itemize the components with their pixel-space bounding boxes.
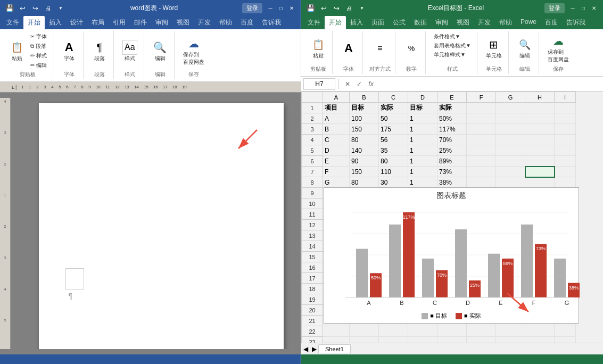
row-header-12[interactable]: 12 bbox=[302, 220, 323, 230]
excel-font-btn[interactable]: A bbox=[339, 40, 358, 57]
cell-F4[interactable] bbox=[467, 135, 496, 145]
row-header-11[interactable]: 11 bbox=[302, 209, 323, 220]
formula-input[interactable] bbox=[378, 78, 601, 90]
cell-E6[interactable]: 89% bbox=[437, 156, 467, 167]
word-copy-btn[interactable]: ⧉ 段落 bbox=[29, 42, 48, 51]
excel-cells-btn[interactable]: ⊞ 单元格 bbox=[484, 36, 504, 61]
row-header-22[interactable]: 22 bbox=[302, 326, 323, 337]
cell-B3[interactable]: 150 bbox=[350, 124, 379, 135]
excel-tab-formula[interactable]: 公式 bbox=[389, 16, 410, 29]
word-tab-home[interactable]: 开始 bbox=[23, 16, 45, 29]
word-cut-btn[interactable]: ✂ 字体 bbox=[29, 32, 48, 41]
excel-editing-btn[interactable]: 🔍 编辑 bbox=[515, 36, 534, 61]
row-header-3[interactable]: 3 bbox=[302, 124, 323, 135]
row-header-6[interactable]: 6 bbox=[302, 156, 323, 167]
cell-A5[interactable]: D bbox=[323, 145, 350, 156]
cell-C7[interactable]: 110 bbox=[379, 167, 408, 177]
excel-redo-btn[interactable]: ↪ bbox=[331, 3, 342, 13]
word-undo-btn[interactable]: ↩ bbox=[17, 3, 28, 13]
word-paste-btn[interactable]: 📋 粘贴 bbox=[7, 39, 27, 63]
cell-I2[interactable] bbox=[555, 113, 576, 124]
cell-B5[interactable]: 140 bbox=[350, 145, 379, 156]
excel-cell-ref[interactable]: H7 bbox=[303, 78, 335, 90]
cell-F23[interactable] bbox=[467, 337, 496, 343]
cell-D8[interactable]: 1 bbox=[408, 177, 437, 188]
word-tab-baidu[interactable]: 百度 bbox=[236, 16, 258, 29]
excel-conditional-format-btn[interactable]: 条件格式▼ bbox=[432, 32, 462, 41]
col-header-h[interactable]: H bbox=[525, 92, 555, 103]
excel-tab-insert[interactable]: 插入 bbox=[346, 16, 367, 29]
cell-D6[interactable]: 1 bbox=[408, 156, 437, 167]
row-header-13[interactable]: 13 bbox=[302, 230, 323, 241]
word-styles-btn[interactable]: Aa 样式 bbox=[120, 39, 139, 63]
cell-F6[interactable] bbox=[467, 156, 496, 167]
cell-G3[interactable] bbox=[496, 124, 525, 135]
cell-F8[interactable] bbox=[467, 177, 496, 188]
excel-undo-btn[interactable]: ↩ bbox=[318, 3, 329, 13]
excel-tab-help[interactable]: 帮助 bbox=[495, 16, 516, 29]
excel-tab-review[interactable]: 审阅 bbox=[431, 16, 452, 29]
cell-E3[interactable]: 117% bbox=[437, 124, 467, 135]
excel-tab-page[interactable]: 页面 bbox=[367, 16, 389, 29]
col-header-f[interactable]: F bbox=[467, 92, 496, 103]
excel-paste-btn[interactable]: 📋 粘贴 bbox=[309, 36, 328, 61]
row-header-8[interactable]: 8 bbox=[302, 177, 323, 188]
cell-I1[interactable] bbox=[555, 103, 576, 113]
cell-H2[interactable] bbox=[525, 113, 555, 124]
cell-H23[interactable] bbox=[525, 337, 555, 343]
col-header-c[interactable]: C bbox=[379, 92, 408, 103]
cell-D5[interactable]: 1 bbox=[408, 145, 437, 156]
cell-B7[interactable]: 150 bbox=[350, 167, 379, 177]
cell-B8[interactable]: 80 bbox=[350, 177, 379, 188]
cell-E2[interactable]: 50% bbox=[437, 113, 467, 124]
col-header-g[interactable]: G bbox=[496, 92, 525, 103]
cell-F5[interactable] bbox=[467, 145, 496, 156]
cell-C5[interactable]: 35 bbox=[379, 145, 408, 156]
col-header-a[interactable]: A bbox=[323, 92, 350, 103]
sheet-tab-1[interactable]: Sheet1 bbox=[318, 344, 351, 353]
word-login-btn[interactable]: 登录 bbox=[242, 3, 262, 13]
col-header-b[interactable]: B bbox=[350, 92, 379, 103]
word-tab-view[interactable]: 视图 bbox=[172, 16, 194, 29]
word-edit-btn[interactable]: ✏ 编辑 bbox=[29, 61, 48, 70]
word-save-baidu-btn[interactable]: ☁ 保存到百度网盘 bbox=[181, 35, 206, 67]
col-header-d[interactable]: D bbox=[408, 92, 437, 103]
cell-G7[interactable] bbox=[496, 167, 525, 177]
cell-G22[interactable] bbox=[496, 326, 525, 337]
row-header-15[interactable]: 15 bbox=[302, 252, 323, 262]
word-minimize-btn[interactable]: ─ bbox=[266, 3, 275, 13]
cell-B6[interactable]: 90 bbox=[350, 156, 379, 167]
cell-C23[interactable] bbox=[379, 337, 408, 343]
cell-G1[interactable] bbox=[496, 103, 525, 113]
excel-number-btn[interactable]: % bbox=[402, 40, 421, 57]
excel-tab-tellme[interactable]: 告诉我 bbox=[562, 16, 590, 29]
row-header-9[interactable]: 9 bbox=[302, 188, 323, 198]
word-tab-design[interactable]: 设计 bbox=[66, 16, 87, 29]
cell-A8[interactable]: G bbox=[323, 177, 350, 188]
row-header-18[interactable]: 18 bbox=[302, 284, 323, 294]
cell-I6[interactable] bbox=[555, 156, 576, 167]
excel-align-btn[interactable]: ≡ bbox=[370, 40, 390, 57]
formula-fx-btn[interactable]: fx bbox=[366, 79, 376, 89]
cell-I5[interactable] bbox=[555, 145, 576, 156]
cell-H3[interactable] bbox=[525, 124, 555, 135]
word-tab-file[interactable]: 文件 bbox=[2, 16, 23, 29]
row-header-7[interactable]: 7 bbox=[302, 167, 323, 177]
row-header-1[interactable]: 1 bbox=[302, 103, 323, 113]
word-tab-mail[interactable]: 邮件 bbox=[130, 16, 151, 29]
row-header-16[interactable]: 16 bbox=[302, 262, 323, 273]
excel-login-btn[interactable]: 登录 bbox=[544, 3, 565, 13]
cell-G5[interactable] bbox=[496, 145, 525, 156]
excel-save-btn[interactable]: 💾 bbox=[305, 3, 316, 13]
excel-tab-dev[interactable]: 开发 bbox=[474, 16, 495, 29]
row-header-14[interactable]: 14 bbox=[302, 241, 323, 252]
word-para-btn[interactable]: ¶ 段落 bbox=[90, 39, 109, 63]
word-print-btn[interactable]: 🖨 bbox=[43, 3, 53, 13]
cell-H1[interactable] bbox=[525, 103, 555, 113]
cell-F22[interactable] bbox=[467, 326, 496, 337]
cell-C4[interactable]: 56 bbox=[379, 135, 408, 145]
word-editing-btn[interactable]: 🔍 编辑 bbox=[151, 39, 170, 63]
sheet-nav-right[interactable]: ▶ bbox=[310, 345, 318, 353]
cell-G2[interactable] bbox=[496, 113, 525, 124]
cell-E22[interactable] bbox=[437, 326, 467, 337]
